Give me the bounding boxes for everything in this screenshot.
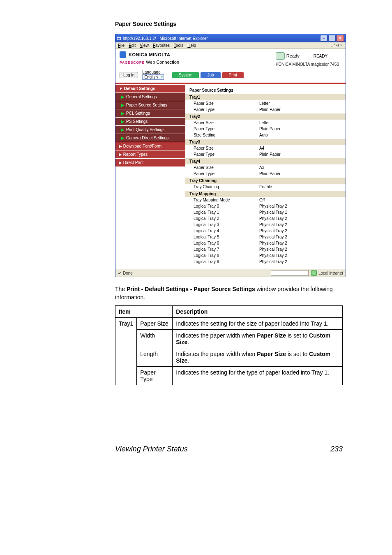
group-header: Tray2	[185, 113, 346, 120]
cell-desc: Indicates the setting for the type of pa…	[173, 367, 343, 385]
data-row: Paper SizeLetter	[185, 120, 346, 126]
tab-job[interactable]: Job	[201, 72, 220, 78]
brand: KONICA MINOLTA	[120, 51, 179, 58]
chevron-down-icon: ▾	[161, 75, 163, 79]
cell-tray1: Tray1	[115, 318, 137, 385]
th-description: Description	[173, 306, 343, 318]
main-panel: Paper Source Settings Tray1Paper SizeLet…	[185, 85, 346, 269]
sidebar-item[interactable]: ▶ Download Font/Form	[115, 142, 185, 150]
ie-window: 🗔 http://192.168.1.2/ - Microsoft Intern…	[115, 34, 346, 277]
data-row: Logical Tray 0Physical Tray 2	[185, 203, 346, 209]
minimize-button[interactable]: –	[320, 35, 327, 42]
data-row: Logical Tray 3Physical Tray 2	[185, 222, 346, 228]
status-done: Done	[123, 271, 133, 275]
data-row: Paper TypePlain Paper	[185, 151, 346, 157]
sidebar-item[interactable]: ▼ Default Settings	[115, 85, 185, 93]
arrow-icon: ▶	[121, 119, 125, 124]
section-heading: Paper Source Settings	[115, 21, 343, 27]
cell-sub: Paper Size	[137, 318, 173, 330]
ie-statusbar: ✔Done Local intranet	[115, 269, 346, 277]
group-header: Tray3	[185, 139, 346, 145]
ie-title: http://192.168.1.2/ - Microsoft Internet…	[123, 36, 208, 41]
main-title: Paper Source Settings	[185, 87, 346, 93]
arrow-icon: ▶	[121, 95, 125, 99]
language-select[interactable]: English▾	[142, 74, 164, 80]
intro-paragraph: The Print - Default Settings - Paper Sou…	[115, 285, 343, 301]
data-row: Logical Tray 4Physical Tray 2	[185, 228, 346, 234]
data-row: Paper SizeA3	[185, 164, 346, 171]
printer-ready-icon	[276, 52, 285, 60]
brand-logo-icon	[120, 51, 126, 58]
sidebar-item[interactable]: ▶Camera Direct Settings	[115, 134, 185, 142]
arrow-icon: ▶	[121, 127, 125, 132]
cell-desc: Indicates the setting for the size of pa…	[173, 318, 343, 330]
data-row: Logical Tray 6Physical Tray 2	[185, 240, 346, 246]
data-row: Logical Tray 9Physical Tray 2	[185, 259, 346, 265]
group-header: Tray1	[185, 94, 346, 100]
arrow-icon: ▶	[121, 111, 125, 116]
arrow-icon: ▶	[121, 136, 125, 140]
ie-links[interactable]: Links »	[330, 43, 342, 48]
footer-page: 233	[330, 445, 343, 453]
sidebar-item[interactable]: ▶General Settings	[115, 93, 185, 101]
menu-favorites[interactable]: Favorites	[153, 43, 170, 48]
data-row: Tray ChainingEnable	[185, 184, 346, 190]
data-row: Logical Tray 1Physical Tray 1	[185, 209, 346, 215]
data-row: Paper SizeA4	[185, 145, 346, 151]
group-header: Tray Chaining	[185, 178, 346, 184]
login-button[interactable]: Log in	[120, 72, 138, 78]
data-row: Logical Tray 8Physical Tray 2	[185, 252, 346, 259]
sidebar-item[interactable]: ▶Paper Source Settings	[115, 101, 185, 109]
brand-text: KONICA MINOLTA	[129, 52, 171, 57]
data-row: Paper TypePlain Paper	[185, 126, 346, 132]
menu-file[interactable]: File	[118, 43, 125, 48]
sidebar-item[interactable]: ▶Print Quality Settings	[115, 126, 185, 134]
cell-desc: Indicates the paper width when Paper Siz…	[173, 348, 343, 367]
status-zone: Local intranet	[311, 270, 343, 276]
data-row: Paper TypePlain Paper	[185, 171, 346, 177]
data-row: Tray Mapping ModeOff	[185, 197, 346, 203]
info-table: Item Description Tray1 Paper Size Indica…	[115, 305, 343, 385]
cell-sub: Width	[137, 330, 173, 348]
cell-sub: Paper Type	[137, 367, 173, 385]
menu-help[interactable]: Help	[187, 43, 196, 48]
data-row: Logical Tray 2Physical Tray 2	[185, 215, 346, 222]
shield-icon	[311, 270, 317, 276]
model-name: KONICA MINOLTA magicolor 7450	[276, 62, 341, 67]
ie-menubar: FileEditViewFavoritesToolsHelp Links »	[115, 42, 346, 49]
group-header: Tray Mapping	[185, 191, 346, 197]
page-footer: Viewing Printer Status 233	[115, 443, 343, 453]
sidebar: ▼ Default Settings▶General Settings▶Pape…	[115, 85, 185, 269]
language-label: Language	[142, 70, 164, 74]
sidebar-item[interactable]: ▶PS Settings	[115, 118, 185, 126]
menu-view[interactable]: View	[140, 43, 149, 48]
data-row: Paper TypePlain Paper	[185, 106, 346, 113]
menu-edit[interactable]: Edit	[129, 43, 136, 48]
pagescope-logo: PAGESCOPE Web Connection	[120, 60, 179, 65]
ie-icon: 🗔	[117, 36, 121, 41]
data-row: Logical Tray 5Physical Tray 2	[185, 234, 346, 240]
status-ready: Ready READY	[276, 52, 327, 60]
tab-system[interactable]: System	[172, 72, 199, 78]
data-row: Logical Tray 7Physical Tray 2	[185, 246, 346, 252]
arrow-icon: ▶	[121, 103, 125, 107]
sidebar-item[interactable]: ▶ Report Types	[115, 150, 185, 159]
sidebar-item[interactable]: ▶PCL Settings	[115, 109, 185, 118]
cell-desc: Indicates the paper width when Paper Siz…	[173, 330, 343, 348]
data-row: Size SettingAuto	[185, 132, 346, 138]
close-button[interactable]: ✕	[337, 35, 344, 42]
tab-print[interactable]: Print	[222, 72, 244, 78]
data-row: Paper SizeLetter	[185, 100, 346, 106]
ie-titlebar: 🗔 http://192.168.1.2/ - Microsoft Intern…	[115, 34, 346, 42]
cell-sub: Length	[137, 348, 173, 367]
menu-tools[interactable]: Tools	[174, 43, 183, 48]
th-item: Item	[115, 306, 173, 318]
status-progress	[271, 270, 309, 276]
maximize-button[interactable]: □	[328, 35, 336, 42]
sidebar-item[interactable]: ▶ Direct Print	[115, 159, 185, 167]
group-header: Tray4	[185, 158, 346, 164]
footer-title: Viewing Printer Status	[115, 445, 188, 453]
